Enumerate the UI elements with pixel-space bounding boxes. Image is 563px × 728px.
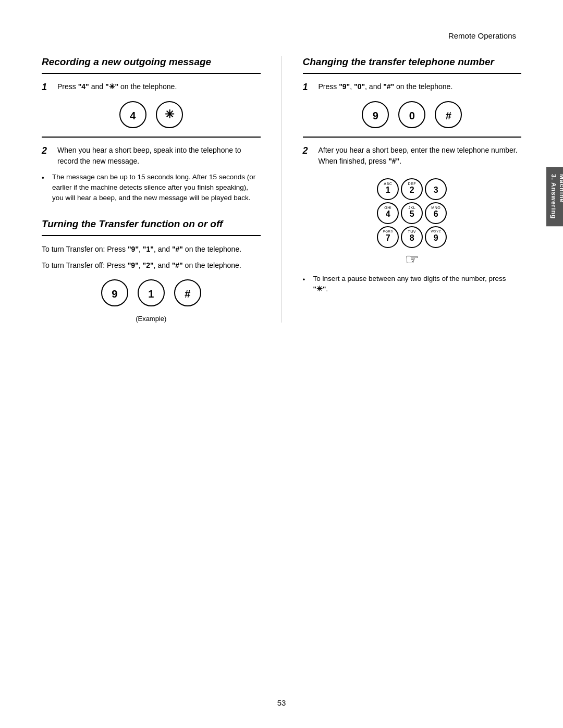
key-9-change: 9	[362, 101, 389, 128]
bullet-text-change: To insert a pause between any two digits…	[313, 274, 522, 295]
header-title: Remote Operations	[448, 31, 516, 40]
phone-keypad-grid: ABC 1 DEF 2 3	[377, 178, 447, 248]
keys-9-1-hash: 9 1 #	[42, 279, 261, 306]
turn-on-text: To turn Transfer on: Press "9", "1", and…	[42, 243, 261, 255]
right-column: Changing the transfer telephone number 1…	[282, 56, 522, 323]
bullet-dot: •	[42, 173, 48, 204]
bullet-item-recording: • The message can be up to 15 seconds lo…	[42, 172, 261, 204]
step-2-change-text: After you hear a short beep, enter the n…	[319, 145, 522, 167]
phone-key-5: JKL 5	[401, 202, 423, 224]
phone-key-9: WXYZ 9	[425, 226, 447, 248]
phone-keypad-section: ABC 1 DEF 2 3	[303, 172, 522, 268]
bullet-section-recording: • The message can be up to 15 seconds lo…	[42, 172, 261, 204]
section-divider-1	[42, 73, 261, 74]
step-2-recording: 2 When you hear a short beep, speak into…	[42, 145, 261, 167]
phone-key-3: 3	[425, 178, 447, 200]
page-number: 53	[277, 698, 286, 707]
phone-key-7: PQRS 7	[377, 226, 399, 248]
step-1-recording: 1 Press "4" and "✳" on the telephone.	[42, 81, 261, 93]
left-column: Recording a new outgoing message 1 Press…	[42, 56, 282, 323]
key-hash-change: #	[435, 101, 462, 128]
phone-key-4: GHI 4	[377, 202, 399, 224]
section-transfer-toggle: Turning the Transfer function on or off …	[42, 218, 261, 322]
key-star: ✳	[156, 101, 183, 128]
sub-section-divider	[42, 235, 261, 236]
step-number-1-change: 1	[303, 82, 313, 93]
bullet-section-change: • To insert a pause between any two digi…	[303, 274, 522, 295]
sidebar-tab: 3. AnsweringMachine	[546, 167, 563, 226]
bullet-item-change: • To insert a pause between any two digi…	[303, 274, 522, 295]
page-header: Remote Operations	[42, 31, 521, 40]
bullet-text-recording: The message can be up to 15 seconds long…	[52, 172, 261, 204]
phone-key-6: MNO 6	[425, 202, 447, 224]
step-2-change: 2 After you hear a short beep, enter the…	[303, 145, 522, 167]
section-transfer-title: Turning the Transfer function on or off	[42, 218, 261, 231]
step-1-text: Press "4" and "✳" on the telephone.	[57, 81, 177, 93]
step-2-text: When you hear a short beep, speak into t…	[57, 145, 261, 167]
main-content: Recording a new outgoing message 1 Press…	[42, 56, 521, 323]
turn-off-text: To turn Transfer off: Press "9", "2", an…	[42, 260, 261, 271]
example-label: (Example)	[42, 315, 261, 323]
section-divider-2	[42, 137, 261, 138]
section-recording-title: Recording a new outgoing message	[42, 56, 261, 69]
phone-key-8: TUV 8	[401, 226, 423, 248]
hand-pointer-icon: ☞	[377, 250, 447, 268]
key-4: 4	[119, 101, 146, 128]
right-section-divider-2	[303, 137, 522, 138]
key-hash-transfer: #	[174, 279, 201, 306]
key-0-change: 0	[398, 101, 425, 128]
key-1-transfer: 1	[138, 279, 165, 306]
step-1-change: 1 Press "9", "0", and "#" on the telepho…	[303, 81, 522, 93]
section-change-number-title: Changing the transfer telephone number	[303, 56, 522, 69]
step-1-change-text: Press "9", "0", and "#" on the telephone…	[319, 81, 453, 93]
key-9-transfer: 9	[101, 279, 128, 306]
right-section-divider-1	[303, 73, 522, 74]
step-number-2: 2	[42, 145, 52, 167]
step-number-1: 1	[42, 82, 52, 93]
sidebar-tab-text: 3. AnsweringMachine	[549, 174, 563, 219]
step-number-2-change: 2	[303, 145, 313, 167]
keys-9-0-hash: 9 0 #	[303, 101, 522, 128]
section-recording: Recording a new outgoing message 1 Press…	[42, 56, 261, 203]
section-change-number: Changing the transfer telephone number 1…	[303, 56, 522, 294]
phone-key-1: ABC 1	[377, 178, 399, 200]
keys-4-star: 4 ✳	[42, 101, 261, 128]
bullet-dot-change: •	[303, 275, 309, 295]
phone-key-2: DEF 2	[401, 178, 423, 200]
page: Remote Operations Recording a new outgoi…	[0, 0, 563, 728]
